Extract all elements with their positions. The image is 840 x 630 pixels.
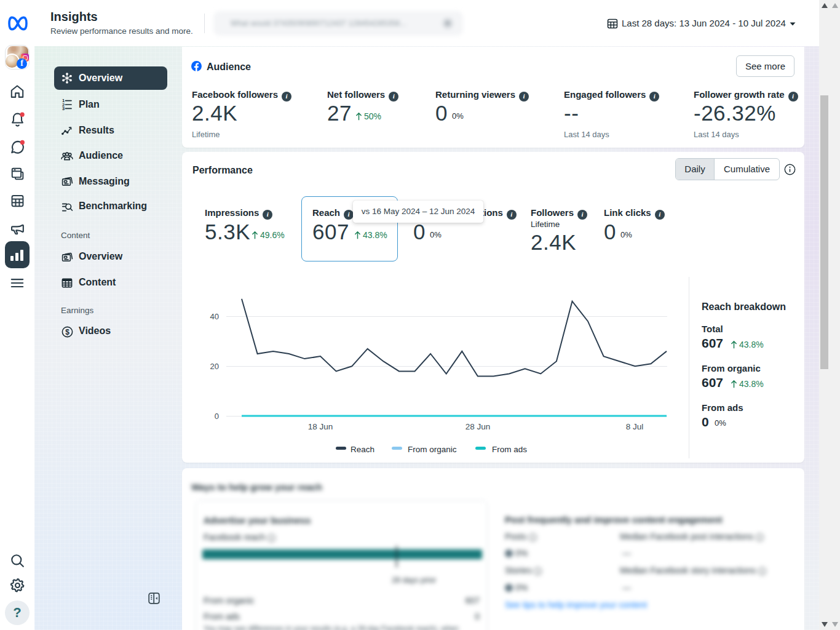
svg-text:28 Jun: 28 Jun	[466, 422, 491, 431]
svg-text:Reach: Reach	[351, 445, 374, 454]
svg-text:40: 40	[210, 312, 219, 321]
svg-text:18 Jun: 18 Jun	[308, 422, 333, 431]
svg-text:0: 0	[215, 412, 219, 421]
svg-text:20: 20	[210, 362, 219, 371]
svg-text:8 Jul: 8 Jul	[626, 422, 644, 431]
svg-text:From ads: From ads	[492, 445, 527, 454]
svg-text:$: $	[65, 328, 69, 337]
svg-text:3: 3	[62, 106, 65, 111]
svg-text:From organic: From organic	[408, 445, 457, 454]
